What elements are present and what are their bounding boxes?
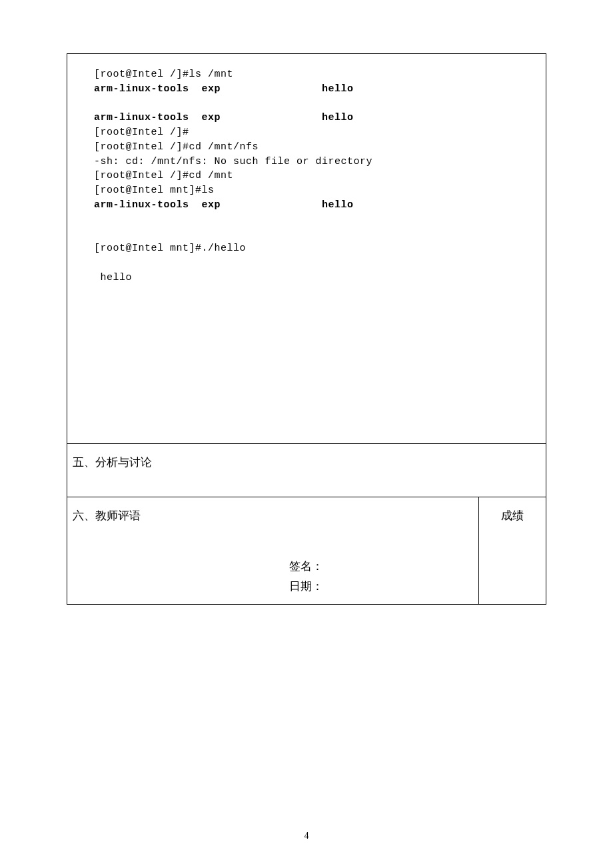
term-line: arm-linux-tools exp (94, 112, 221, 123)
signature-label: 签名： (139, 557, 473, 577)
term-line: hello (221, 112, 354, 123)
section-5-title: 五、分析与讨论 (73, 456, 152, 469)
grade-label: 成绩 (501, 508, 524, 523)
section-analysis: 五、分析与讨论 (67, 443, 546, 497)
term-line: hello (221, 83, 354, 95)
date-label: 日期： (139, 577, 473, 597)
evaluation-left: 六、教师评语 签名： 日期： (67, 497, 478, 604)
section-evaluation-row: 六、教师评语 签名： 日期： 成绩 (67, 497, 546, 605)
section-6-title: 六、教师评语 (73, 508, 473, 523)
content-box: [root@Intel /]#ls /mnt arm-linux-tools e… (67, 53, 546, 605)
term-line: -sh: cd: /mnt/nfs: No such file or direc… (94, 156, 372, 167)
term-line: arm-linux-tools exp (94, 199, 221, 211)
term-line: [root@Intel /]#ls /mnt (94, 69, 233, 80)
signature-block: 签名： 日期： (73, 557, 473, 597)
term-line: [root@Intel /]#cd /mnt/nfs (94, 141, 259, 153)
grade-cell: 成绩 (478, 497, 546, 604)
term-line: [root@Intel /]# (94, 127, 189, 138)
term-line: [root@Intel /]#cd /mnt (94, 170, 233, 181)
term-line: hello (221, 199, 354, 211)
term-line: hello (94, 272, 132, 283)
term-line: arm-linux-tools exp (94, 83, 221, 95)
terminal-output: [root@Intel /]#ls /mnt arm-linux-tools e… (67, 54, 546, 443)
page-number: 4 (0, 831, 613, 841)
term-line: [root@Intel mnt]#./hello (94, 243, 246, 254)
page: [root@Intel /]#ls /mnt arm-linux-tools e… (0, 0, 613, 868)
term-line: [root@Intel mnt]#ls (94, 185, 215, 196)
